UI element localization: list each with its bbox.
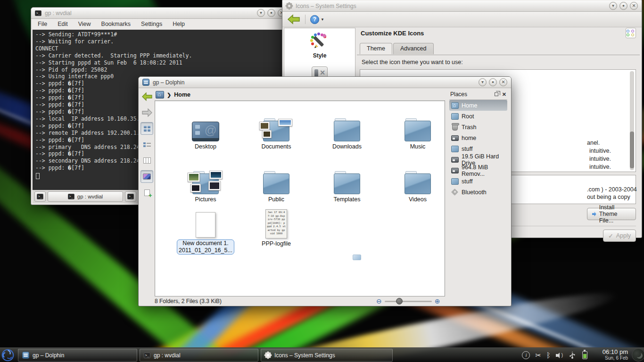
tab-theme[interactable]: Theme bbox=[360, 43, 392, 54]
maximize-button[interactable]: ● bbox=[489, 78, 497, 86]
menu-settings[interactable]: Settings bbox=[141, 21, 162, 27]
preview-toggle-button[interactable] bbox=[140, 170, 153, 183]
folder-item[interactable]: Downloads bbox=[316, 112, 378, 150]
dolphin-toolbar bbox=[140, 90, 154, 199]
terminal-icon: >_ bbox=[68, 194, 74, 199]
close-button[interactable]: ✕ bbox=[499, 78, 507, 86]
home-icon bbox=[451, 102, 459, 109]
back-button[interactable] bbox=[287, 14, 300, 25]
system-settings-window-title: Icons – System Settings bbox=[296, 3, 356, 9]
folder-item[interactable]: Templates bbox=[316, 165, 378, 203]
hard-drive-icon bbox=[451, 157, 459, 163]
dot bbox=[627, 33, 629, 36]
close-tab-button[interactable]: >_ bbox=[125, 191, 136, 202]
file-item[interactable]: Jan 17 09:4 7:18 gp-Asp ire-5738 pp pd[1… bbox=[246, 206, 307, 247]
theme-list-fragment: anel. bbox=[587, 140, 600, 146]
menu-help[interactable]: Help bbox=[173, 21, 185, 27]
notifications-icon[interactable]: i bbox=[522, 351, 530, 359]
folder-item[interactable]: Music bbox=[387, 112, 448, 150]
forward-button[interactable] bbox=[140, 106, 153, 119]
sidebar-item-style[interactable]: Style bbox=[313, 52, 327, 59]
help-icon: ? bbox=[310, 15, 319, 24]
back-button[interactable] bbox=[140, 90, 153, 103]
bluetooth-icon[interactable]: ᛒ bbox=[546, 351, 551, 359]
dolphin-titlebar[interactable]: gp – Dolphin ▾ ● ✕ bbox=[139, 77, 511, 88]
folder-icon bbox=[334, 121, 360, 141]
minimize-button[interactable]: ▾ bbox=[479, 78, 487, 86]
home-folder-icon[interactable] bbox=[156, 91, 164, 99]
terminal-icon: >_ bbox=[37, 194, 43, 199]
folder-item[interactable]: Public bbox=[246, 165, 307, 203]
task-dolphin[interactable]: gp – Dolphin bbox=[18, 349, 137, 362]
minimize-button[interactable]: ▾ bbox=[609, 2, 617, 10]
close-button[interactable]: ✕ bbox=[630, 2, 638, 10]
menu-bookmarks[interactable]: Bookmarks bbox=[101, 21, 131, 27]
file-manager-icon bbox=[22, 352, 29, 359]
usb-device-icon[interactable] bbox=[568, 352, 577, 359]
system-tray: i ✂ ᛒ ) bbox=[522, 348, 587, 362]
taskbar: gp – Dolphin >_ gp : wvdial Icons – Syst… bbox=[0, 347, 644, 362]
new-tab-button[interactable]: >_ bbox=[34, 191, 46, 202]
place-home-partition[interactable]: home bbox=[449, 132, 507, 143]
folder-view[interactable]: Desktop Documents Downloads bbox=[155, 100, 445, 296]
zoom-control: ⊖ ⊕ bbox=[376, 298, 440, 304]
konsole-tab[interactable]: >_ gp : wvdial bbox=[48, 191, 123, 202]
file-item-selected[interactable]: New document 1. 2011_01_20_16_5... bbox=[175, 208, 236, 255]
scrollbar[interactable] bbox=[630, 71, 634, 170]
folder-item[interactable]: Videos bbox=[387, 165, 448, 203]
logfile-preview-icon: Jan 17 09:4 7:18 gp-Asp ire-5738 pp pd[1… bbox=[265, 209, 287, 239]
columns-view-button[interactable] bbox=[140, 154, 153, 167]
place-root[interactable]: Root bbox=[449, 111, 507, 122]
split-view-icon bbox=[144, 189, 150, 196]
place-removable-drive[interactable]: 964.8 MiB Remov... bbox=[449, 165, 507, 176]
zoom-slider-handle[interactable] bbox=[396, 298, 403, 304]
minimize-button[interactable]: ▾ bbox=[257, 9, 265, 17]
tab-advanced[interactable]: Advanced bbox=[393, 43, 434, 54]
help-button[interactable]: ? ▼ bbox=[310, 15, 324, 24]
clipboard-scissors-icon[interactable]: ✂ bbox=[535, 351, 541, 360]
place-trash[interactable]: Trash bbox=[449, 122, 507, 132]
place-home[interactable]: Home bbox=[449, 100, 507, 111]
float-panel-icon[interactable] bbox=[495, 92, 498, 96]
menu-view[interactable]: View bbox=[78, 21, 91, 27]
check-icon: ✓ bbox=[608, 232, 613, 239]
folder-item[interactable]: Pictures bbox=[175, 165, 236, 203]
folder-item[interactable]: Documents bbox=[246, 112, 307, 150]
zoom-slider[interactable] bbox=[385, 301, 432, 302]
install-theme-button[interactable]: Install Theme File... bbox=[587, 208, 636, 220]
split-view-button[interactable] bbox=[140, 186, 153, 199]
maximize-button[interactable]: ● bbox=[619, 2, 627, 10]
task-konsole[interactable]: >_ gp : wvdial bbox=[140, 349, 258, 362]
system-settings-titlebar[interactable]: Icons – System Settings ▾ ● ✕ bbox=[282, 0, 642, 12]
place-label: Bluetooth bbox=[462, 189, 487, 196]
overview-icon[interactable] bbox=[626, 28, 636, 38]
breadcrumb-location[interactable]: Home bbox=[174, 91, 190, 98]
apply-button[interactable]: ✓ Apply bbox=[603, 230, 636, 242]
desktop: >_ gp : wvdial ▾ ● ✕ File Edit View Book… bbox=[0, 0, 644, 362]
place-bluetooth[interactable]: Bluetooth bbox=[449, 187, 507, 197]
panel-toolbox-icon[interactable] bbox=[631, 348, 644, 362]
place-stuff-2[interactable]: stuff bbox=[449, 176, 507, 187]
details-view-button[interactable] bbox=[140, 138, 153, 151]
volume-icon[interactable]: ) bbox=[556, 353, 562, 358]
tabs: Theme Advanced bbox=[360, 43, 435, 54]
clock[interactable]: 06:10 pm Sun, 6 Feb bbox=[589, 348, 628, 361]
app-launcher-button[interactable] bbox=[1, 348, 15, 362]
menu-file[interactable]: File bbox=[38, 21, 47, 27]
battery-icon[interactable] bbox=[582, 351, 587, 359]
konsole-titlebar[interactable]: >_ gp : wvdial ▾ ● ✕ bbox=[31, 8, 289, 19]
zoom-out-icon[interactable]: ⊖ bbox=[376, 298, 382, 304]
place-label: Root bbox=[462, 113, 474, 120]
scrollbar-thumb[interactable] bbox=[630, 132, 634, 168]
dot bbox=[627, 30, 629, 33]
zoom-in-icon[interactable]: ⊕ bbox=[435, 298, 440, 304]
hard-drive-icon bbox=[451, 135, 459, 141]
menu-edit[interactable]: Edit bbox=[58, 21, 68, 27]
style-icon[interactable] bbox=[309, 32, 330, 51]
folder-item[interactable]: Desktop bbox=[175, 112, 236, 150]
icons-view-button[interactable] bbox=[140, 122, 153, 135]
gear-icon bbox=[265, 352, 271, 358]
maximize-button[interactable]: ● bbox=[267, 9, 275, 17]
close-panel-icon[interactable]: ✕ bbox=[502, 91, 506, 98]
task-system-settings[interactable]: Icons – System Settings bbox=[261, 349, 393, 362]
